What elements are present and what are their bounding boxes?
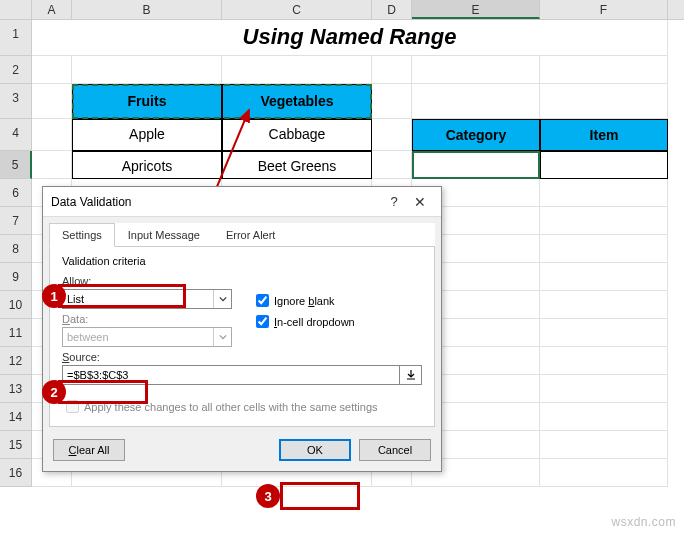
cell-B5[interactable]: Apricots bbox=[72, 151, 222, 179]
col-head-B[interactable]: B bbox=[72, 0, 222, 19]
cell-F16[interactable] bbox=[540, 459, 668, 487]
cell-D4[interactable] bbox=[372, 119, 412, 151]
row-head-2[interactable]: 2 bbox=[0, 56, 32, 84]
apply-same-label: Apply these changes to all other cells w… bbox=[84, 401, 378, 413]
row-head-7[interactable]: 7 bbox=[0, 207, 32, 235]
row-head-10[interactable]: 10 bbox=[0, 291, 32, 319]
row-head-13[interactable]: 13 bbox=[0, 375, 32, 403]
cell-C4[interactable]: Cabbage bbox=[222, 119, 372, 151]
cell-F2[interactable] bbox=[540, 56, 668, 84]
col-head-E[interactable]: E bbox=[412, 0, 540, 19]
cell-F4[interactable]: Item bbox=[540, 119, 668, 151]
cell-D2[interactable] bbox=[372, 56, 412, 84]
dialog-titlebar[interactable]: Data Validation ? ✕ bbox=[43, 187, 441, 217]
source-label: Source: bbox=[62, 351, 422, 363]
col-head-A[interactable]: A bbox=[32, 0, 72, 19]
cell-F11[interactable] bbox=[540, 319, 668, 347]
badge-3: 3 bbox=[256, 484, 280, 508]
incell-dropdown-checkbox[interactable] bbox=[256, 315, 269, 328]
cell-F14[interactable] bbox=[540, 403, 668, 431]
ignore-blank-checkbox[interactable] bbox=[256, 294, 269, 307]
col-head-F[interactable]: F bbox=[540, 0, 668, 19]
cell-C3[interactable]: Vegetables bbox=[222, 84, 372, 119]
col-head-D[interactable]: D bbox=[372, 0, 412, 19]
cell-E4[interactable]: Category bbox=[412, 119, 540, 151]
watermark: wsxdn.com bbox=[611, 515, 676, 529]
allow-select[interactable]: List bbox=[62, 289, 232, 309]
close-button[interactable]: ✕ bbox=[407, 194, 433, 210]
cell-F10[interactable] bbox=[540, 291, 668, 319]
row-head-4[interactable]: 4 bbox=[0, 119, 32, 151]
cell-B4[interactable]: Apple bbox=[72, 119, 222, 151]
settings-pane: Validation criteria Allow: List Data: be… bbox=[49, 247, 435, 427]
ignore-blank-label: Ignore blank bbox=[274, 295, 335, 307]
range-picker-button[interactable] bbox=[400, 365, 422, 385]
apply-same-row: Apply these changes to all other cells w… bbox=[62, 397, 422, 416]
row-head-14[interactable]: 14 bbox=[0, 403, 32, 431]
cell-C5[interactable]: Beet Greens bbox=[222, 151, 372, 179]
badge-2: 2 bbox=[42, 380, 66, 404]
dialog-tabs: Settings Input Message Error Alert bbox=[49, 223, 435, 247]
data-select: between bbox=[62, 327, 232, 347]
tab-settings[interactable]: Settings bbox=[49, 223, 115, 247]
tab-error-alert[interactable]: Error Alert bbox=[213, 223, 289, 246]
cell-A3[interactable] bbox=[32, 84, 72, 119]
cell-E3[interactable] bbox=[412, 84, 540, 119]
clear-all-button[interactable]: Clear All bbox=[53, 439, 125, 461]
row-head-5[interactable]: 5 bbox=[0, 151, 32, 179]
cell-B3[interactable]: Fruits bbox=[72, 84, 222, 119]
page-title[interactable]: Using Named Range bbox=[32, 20, 668, 56]
cell-F8[interactable] bbox=[540, 235, 668, 263]
collapse-dialog-icon bbox=[405, 369, 417, 381]
data-validation-dialog: Data Validation ? ✕ Settings Input Messa… bbox=[42, 186, 442, 472]
cell-C2[interactable] bbox=[222, 56, 372, 84]
row-head-12[interactable]: 12 bbox=[0, 347, 32, 375]
cell-E5[interactable] bbox=[412, 151, 540, 179]
row-head-3[interactable]: 3 bbox=[0, 84, 32, 119]
ignore-blank-row[interactable]: Ignore blank bbox=[252, 291, 355, 310]
cell-A2[interactable] bbox=[32, 56, 72, 84]
cell-F9[interactable] bbox=[540, 263, 668, 291]
cell-A4[interactable] bbox=[32, 119, 72, 151]
tab-input-message[interactable]: Input Message bbox=[115, 223, 213, 246]
cell-A5[interactable] bbox=[32, 151, 72, 179]
cell-E2[interactable] bbox=[412, 56, 540, 84]
row-head-1[interactable]: 1 bbox=[0, 20, 32, 56]
incell-dropdown-label: In-cell dropdown bbox=[274, 316, 355, 328]
row-head-9[interactable]: 9 bbox=[0, 263, 32, 291]
criteria-label: Validation criteria bbox=[62, 255, 422, 267]
select-all-corner[interactable] bbox=[0, 0, 32, 19]
cell-F7[interactable] bbox=[540, 207, 668, 235]
row-head-16[interactable]: 16 bbox=[0, 459, 32, 487]
cell-F6[interactable] bbox=[540, 179, 668, 207]
cell-D3[interactable] bbox=[372, 84, 412, 119]
cell-F5[interactable] bbox=[540, 151, 668, 179]
cell-F13[interactable] bbox=[540, 375, 668, 403]
cancel-button[interactable]: Cancel bbox=[359, 439, 431, 461]
source-input[interactable] bbox=[62, 365, 400, 385]
cell-F15[interactable] bbox=[540, 431, 668, 459]
row-head-15[interactable]: 15 bbox=[0, 431, 32, 459]
allow-label: Allow: bbox=[62, 275, 232, 287]
cell-F3[interactable] bbox=[540, 84, 668, 119]
col-head-C[interactable]: C bbox=[222, 0, 372, 19]
help-button[interactable]: ? bbox=[381, 194, 407, 209]
cell-B2[interactable] bbox=[72, 56, 222, 84]
badge-1: 1 bbox=[42, 284, 66, 308]
data-label: Data: bbox=[62, 313, 232, 325]
row-head-6[interactable]: 6 bbox=[0, 179, 32, 207]
cell-D5[interactable] bbox=[372, 151, 412, 179]
apply-same-checkbox bbox=[66, 400, 79, 413]
row-head-8[interactable]: 8 bbox=[0, 235, 32, 263]
ok-button[interactable]: OK bbox=[279, 439, 351, 461]
dialog-title-text: Data Validation bbox=[51, 195, 381, 209]
row-head-11[interactable]: 11 bbox=[0, 319, 32, 347]
cell-F12[interactable] bbox=[540, 347, 668, 375]
incell-dropdown-row[interactable]: In-cell dropdown bbox=[252, 312, 355, 331]
